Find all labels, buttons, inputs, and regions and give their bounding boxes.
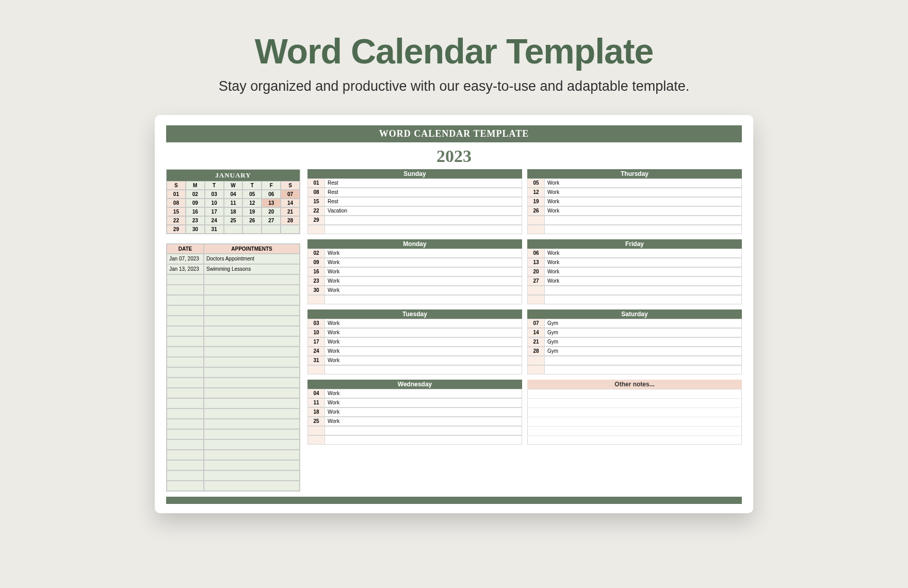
day-block-saturday: Saturday07Gym14Gym21Gym28Gym: [527, 309, 742, 374]
entry-date: 24: [307, 347, 325, 356]
appt-date-cell: [167, 470, 204, 481]
appt-text-cell: [204, 336, 300, 347]
entry-date: 25: [307, 417, 325, 426]
entry-text: Rest: [325, 178, 522, 188]
appt-date-cell: [167, 295, 204, 305]
mini-dow-cell: T: [242, 181, 262, 190]
mini-day-cell: 13: [262, 199, 281, 207]
day-block-title: Other notes...: [527, 380, 742, 389]
entry-date: 23: [307, 276, 325, 286]
entry-text: [545, 225, 742, 234]
entry-date: 12: [527, 188, 545, 197]
day-block-title: Tuesday: [307, 309, 522, 319]
day-block-tuesday: Tuesday03Work10Work17Work24Work31Work: [307, 309, 522, 374]
footer-bar: [166, 497, 742, 504]
mini-day-cell: 07: [281, 190, 300, 199]
appt-head-date: DATE: [167, 244, 204, 254]
appt-text-cell: [204, 388, 300, 398]
mini-day-cell: 09: [186, 199, 205, 207]
day-block-title: Monday: [307, 239, 522, 249]
entry-date: [527, 356, 545, 365]
appt-text-cell: [204, 274, 300, 285]
day-block-friday: Friday06Work13Work20Work27Work: [527, 239, 742, 304]
mini-day-cell: [281, 225, 300, 234]
entry-text: [545, 216, 742, 225]
entry-text: Work: [545, 188, 742, 197]
mini-calendar: JANUARY SMTWTFS 010203040506070809101112…: [166, 169, 300, 234]
appt-date-cell: [167, 450, 204, 460]
mini-dow-cell: T: [205, 181, 224, 190]
entry-text: Work: [325, 276, 522, 286]
appt-text-cell: [204, 378, 300, 388]
entry-date: [307, 295, 325, 304]
mini-dow-cell: S: [167, 181, 186, 190]
mini-day-cell: 18: [224, 207, 243, 216]
entry-date: 17: [307, 337, 325, 347]
appointments-table: DATE APPOINTMENTS Jan 07, 2023Doctors Ap…: [166, 243, 300, 492]
entry-date: 06: [527, 249, 545, 258]
entry-text: Work: [545, 197, 742, 206]
entry-text: Gym: [545, 319, 742, 328]
mini-dow-cell: W: [224, 181, 243, 190]
entry-text: Work: [325, 356, 522, 365]
appt-date-cell: [167, 398, 204, 409]
mini-day-cell: 04: [224, 190, 243, 199]
mini-day-cell: 01: [167, 190, 186, 199]
mini-day-cell: 12: [242, 199, 262, 207]
entry-text: Work: [325, 258, 522, 267]
mini-day-cell: 28: [281, 216, 300, 225]
entry-text: Work: [325, 347, 522, 356]
entry-date: 08: [307, 188, 325, 197]
notes-body: [527, 389, 742, 445]
entry-text: [325, 216, 522, 225]
template-card: WORD CALENDAR TEMPLATE 2023 JANUARY SMTW…: [155, 115, 753, 513]
mini-day-cell: 22: [167, 216, 186, 225]
appt-date-cell: [167, 367, 204, 378]
mini-day-cell: 27: [262, 216, 281, 225]
entry-text: Work: [545, 206, 742, 216]
entry-text: Work: [545, 267, 742, 276]
mini-day-cell: 30: [186, 225, 205, 234]
mini-day-cell: 31: [205, 225, 224, 234]
appt-text-cell: [204, 305, 300, 316]
appt-date-cell: [167, 285, 204, 295]
appt-text-cell: [204, 429, 300, 439]
mini-day-cell: 25: [224, 216, 243, 225]
entry-date: 15: [307, 197, 325, 206]
entry-date: 09: [307, 258, 325, 267]
entry-date: 11: [307, 398, 325, 407]
mini-day-cell: [262, 225, 281, 234]
day-block-title: Thursday: [527, 169, 742, 178]
mini-day-cell: 08: [167, 199, 186, 207]
mini-day-cell: 06: [262, 190, 281, 199]
entry-date: [527, 216, 545, 225]
mini-day-cell: 29: [167, 225, 186, 234]
mini-day-cell: 23: [186, 216, 205, 225]
mini-day-cell: 05: [242, 190, 262, 199]
mini-day-cell: 03: [205, 190, 224, 199]
appt-text-cell: [204, 481, 300, 491]
entry-text: Gym: [545, 337, 742, 347]
entry-date: 10: [307, 328, 325, 337]
entry-date: 27: [527, 276, 545, 286]
appt-text-cell: [204, 419, 300, 429]
entry-date: [527, 225, 545, 234]
page-title: Word Calendar Template: [255, 31, 654, 71]
year-label: 2023: [166, 142, 742, 169]
appt-text-cell: [204, 367, 300, 378]
mini-day-cell: 14: [281, 199, 300, 207]
appt-date-cell: [167, 347, 204, 357]
day-block-title: Sunday: [307, 169, 522, 178]
appt-text-cell: [204, 285, 300, 295]
appt-text-cell: [204, 357, 300, 367]
entry-date: 28: [527, 347, 545, 356]
entry-date: 16: [307, 267, 325, 276]
appt-text-cell: [204, 316, 300, 326]
entry-text: Gym: [545, 347, 742, 356]
entry-text: [325, 225, 522, 234]
appt-text-cell: [204, 295, 300, 305]
entry-text: Rest: [325, 188, 522, 197]
appt-date-cell: [167, 409, 204, 419]
day-block-wednesday: Wednesday04Work11Work18Work25Work: [307, 380, 522, 445]
mini-dow-cell: S: [281, 181, 300, 190]
